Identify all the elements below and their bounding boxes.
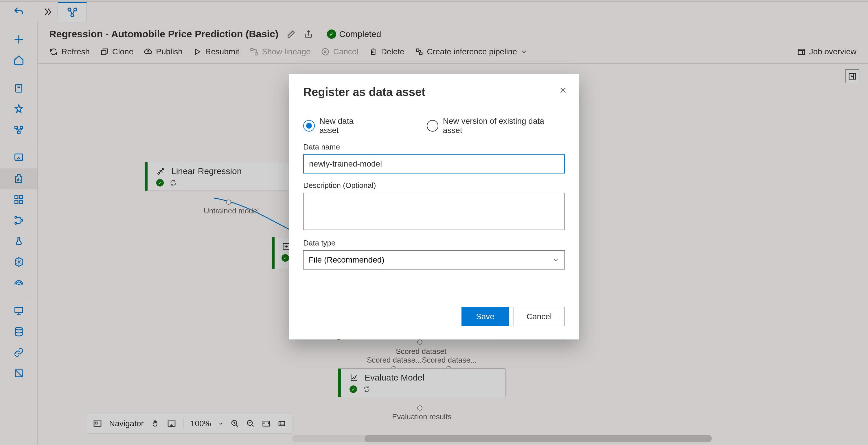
chevron-down-icon	[552, 256, 559, 263]
register-data-asset-modal: Register as data asset New data asset Ne…	[289, 74, 579, 340]
cancel-button[interactable]: Cancel	[514, 307, 565, 326]
modal-title: Register as data asset	[303, 86, 565, 99]
save-button[interactable]: Save	[462, 307, 509, 326]
data-name-input[interactable]	[303, 154, 565, 173]
description-input[interactable]	[303, 193, 565, 230]
data-type-select[interactable]: File (Recommended)	[303, 250, 565, 269]
radio-unselected-icon	[427, 120, 438, 132]
description-label: Description (Optional)	[303, 181, 565, 190]
radio-existing-label: New version of existing data asset	[443, 117, 565, 135]
radio-selected-icon	[303, 120, 315, 132]
radio-new-label: New data asset	[319, 117, 375, 135]
close-icon	[559, 86, 567, 94]
data-type-value: File (Recommended)	[309, 255, 384, 264]
modal-overlay: Register as data asset New data asset Ne…	[0, 0, 868, 445]
data-name-label: Data name	[303, 142, 565, 152]
data-type-label: Data type	[303, 239, 565, 248]
radio-new-data-asset[interactable]: New data asset	[303, 117, 375, 135]
radio-existing-data-asset[interactable]: New version of existing data asset	[427, 117, 565, 135]
close-button[interactable]	[559, 86, 567, 94]
